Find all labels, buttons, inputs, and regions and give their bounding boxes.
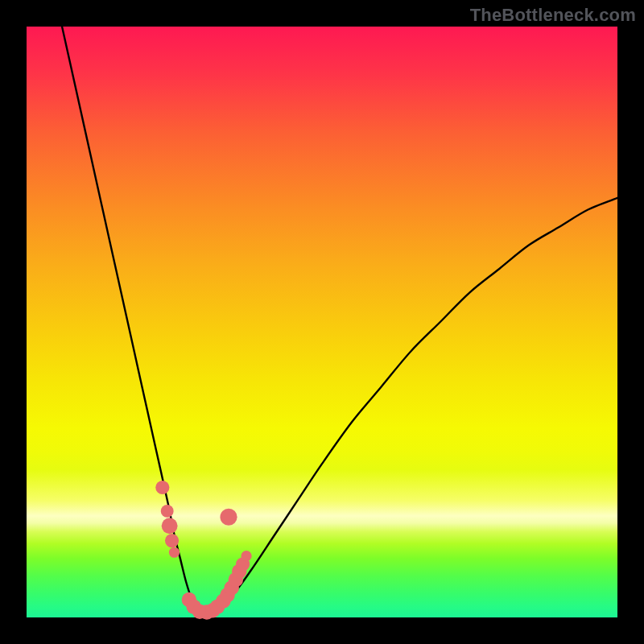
data-marker bbox=[161, 505, 174, 518]
data-marker bbox=[169, 547, 180, 558]
chart-frame: TheBottleneck.com bbox=[0, 0, 644, 644]
data-marker bbox=[162, 518, 178, 534]
data-marker bbox=[241, 551, 251, 561]
watermark-text: TheBottleneck.com bbox=[470, 5, 636, 26]
curve-right-branch bbox=[204, 198, 617, 613]
bottleneck-curve bbox=[27, 27, 617, 617]
data-marker bbox=[155, 481, 169, 494]
data-marker bbox=[165, 534, 179, 547]
curve-left-branch bbox=[62, 27, 204, 613]
chart-plot-area bbox=[27, 27, 617, 617]
data-marker bbox=[220, 509, 237, 526]
